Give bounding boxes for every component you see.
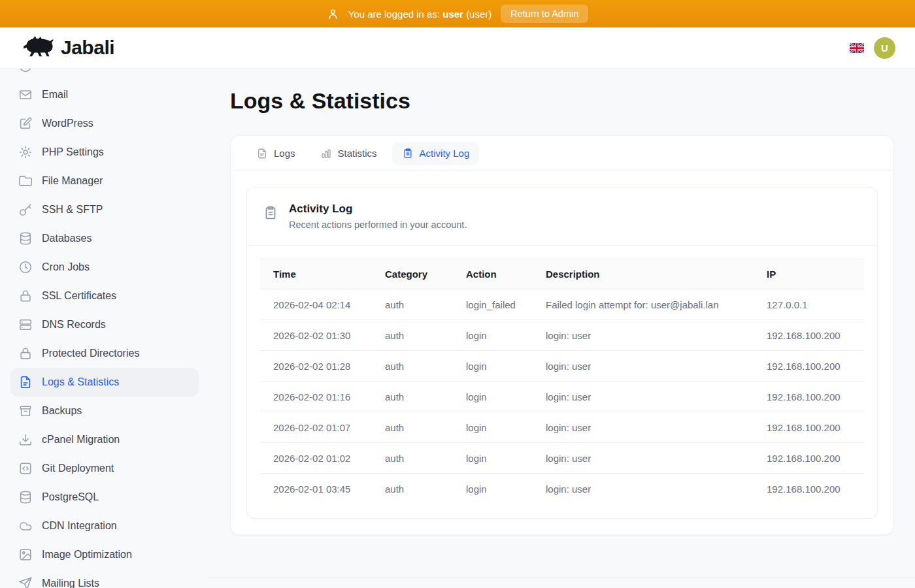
sidebar-item-label: Mailing Lists bbox=[42, 578, 99, 588]
table-row: 2026-02-02 01:28authloginlogin: user192.… bbox=[260, 351, 864, 382]
sidebar-item-label: Logs & Statistics bbox=[42, 376, 119, 388]
sidebar-item-postgresql[interactable]: PostgreSQL bbox=[10, 483, 199, 512]
sidebar-item-cpanel-migration[interactable]: cPanel Migration bbox=[10, 425, 199, 454]
main-content: Logs & Statistics LogsStatisticsActivity… bbox=[209, 69, 915, 588]
time-cell: 2026-02-02 01:30 bbox=[260, 320, 372, 351]
sidebar-item-databases[interactable]: Databases bbox=[10, 224, 199, 253]
sidebar-item-label: Cron Jobs bbox=[42, 261, 90, 273]
column-header-ip: IP bbox=[754, 259, 864, 289]
brand-logo[interactable]: Jabali bbox=[20, 35, 114, 60]
table-row: 2026-02-02 01:30authloginlogin: user192.… bbox=[260, 320, 864, 351]
description-cell: login: user bbox=[533, 351, 754, 382]
tab-statistics[interactable]: Statistics bbox=[310, 142, 387, 165]
sidebar-item-hidden[interactable] bbox=[10, 69, 199, 80]
sidebar-item-label: DNS Records bbox=[42, 319, 106, 331]
description-cell: login: user bbox=[533, 320, 754, 351]
description-cell: login: user bbox=[533, 382, 754, 412]
category-cell: auth bbox=[372, 351, 453, 382]
boar-logo-icon bbox=[20, 35, 55, 60]
action-cell: login bbox=[453, 382, 533, 412]
bar-chart-icon bbox=[320, 148, 332, 159]
avatar[interactable]: U bbox=[874, 37, 895, 59]
app-header: Jabali U bbox=[0, 27, 915, 69]
clipboard-icon bbox=[402, 148, 414, 159]
category-cell: auth bbox=[372, 474, 453, 504]
sidebar-item-dns-records[interactable]: DNS Records bbox=[10, 310, 199, 339]
uk-flag-icon[interactable] bbox=[850, 43, 864, 53]
tab-bar: LogsStatisticsActivity Log bbox=[231, 136, 893, 171]
globe-icon bbox=[18, 69, 33, 73]
action-cell: login bbox=[453, 320, 533, 351]
file-text-icon bbox=[256, 148, 268, 159]
action-cell: login_failed bbox=[453, 289, 533, 320]
sidebar-item-email[interactable]: Email bbox=[10, 80, 199, 109]
tab-label: Logs bbox=[274, 148, 295, 159]
mail-icon bbox=[18, 88, 33, 102]
login-status-username: user bbox=[442, 8, 463, 20]
sidebar-item-logs-statistics[interactable]: Logs & Statistics bbox=[10, 368, 199, 397]
logs-statistics-card: LogsStatisticsActivity Log Activity Log bbox=[230, 135, 894, 535]
action-cell: login bbox=[453, 412, 533, 443]
tab-label: Activity Log bbox=[420, 148, 470, 159]
tab-activity-log[interactable]: Activity Log bbox=[392, 142, 480, 165]
edit-icon bbox=[18, 116, 33, 131]
app-shell: EmailWordPressPHP SettingsFile ManagerSS… bbox=[0, 69, 915, 588]
sidebar-item-label: SSL Certificates bbox=[42, 290, 116, 302]
archive-icon bbox=[18, 404, 33, 418]
table-row: 2026-02-02 01:02authloginlogin: user192.… bbox=[260, 443, 864, 474]
column-header-time: Time bbox=[260, 259, 372, 289]
sidebar-item-image-optimization[interactable]: Image Optimization bbox=[10, 540, 199, 569]
sidebar-item-ssl-certificates[interactable]: SSL Certificates bbox=[10, 282, 199, 310]
sidebar-item-ssh-sftp[interactable]: SSH & SFTP bbox=[10, 195, 199, 224]
login-status-prefix: You are logged in as: bbox=[348, 8, 440, 20]
code-icon bbox=[18, 461, 33, 476]
category-cell: auth bbox=[372, 320, 453, 351]
sidebar-item-cron-jobs[interactable]: Cron Jobs bbox=[10, 253, 199, 282]
column-header-action: Action bbox=[453, 259, 533, 289]
sidebar-item-label: Email bbox=[42, 89, 68, 101]
tab-label: Statistics bbox=[338, 148, 377, 159]
sidebar-item-wordpress[interactable]: WordPress bbox=[10, 109, 199, 138]
tab-logs[interactable]: Logs bbox=[246, 142, 305, 165]
table-row: 2026-02-04 02:14authlogin_failedFailed l… bbox=[260, 289, 864, 320]
database-icon bbox=[18, 231, 33, 246]
lock-icon bbox=[18, 346, 33, 361]
sidebar-item-file-manager[interactable]: File Manager bbox=[10, 167, 199, 195]
gear-icon bbox=[18, 145, 33, 159]
sidebar-item-backups[interactable]: Backups bbox=[10, 397, 199, 425]
action-cell: login bbox=[453, 474, 533, 504]
sidebar: EmailWordPressPHP SettingsFile ManagerSS… bbox=[0, 69, 209, 588]
table-row: 2026-02-02 01:16authloginlogin: user192.… bbox=[260, 382, 864, 412]
send-icon bbox=[18, 576, 33, 588]
ip-cell: 192.168.100.200 bbox=[754, 382, 864, 412]
table-row: 2026-02-02 01:07authloginlogin: user192.… bbox=[260, 412, 864, 443]
activity-log-card: Activity Log Recent actions performed in… bbox=[246, 187, 878, 519]
sidebar-item-protected-directories[interactable]: Protected Directories bbox=[10, 339, 199, 368]
time-cell: 2026-02-02 01:28 bbox=[260, 351, 372, 382]
action-cell: login bbox=[453, 351, 533, 382]
download-icon bbox=[18, 433, 33, 447]
folder-icon bbox=[18, 174, 33, 188]
time-cell: 2026-02-02 01:16 bbox=[260, 382, 372, 412]
sidebar-item-label: PHP Settings bbox=[42, 146, 104, 158]
brand-name: Jabali bbox=[61, 37, 114, 59]
sidebar-item-label: Protected Directories bbox=[42, 348, 139, 359]
image-icon bbox=[18, 547, 33, 562]
file-text-icon bbox=[18, 375, 33, 389]
return-to-admin-button[interactable]: Return to Admin bbox=[501, 5, 588, 23]
sidebar-item-label: File Manager bbox=[42, 175, 103, 187]
sidebar-item-git-deployment[interactable]: Git Deployment bbox=[10, 454, 199, 483]
ip-cell: 127.0.0.1 bbox=[754, 289, 864, 320]
activity-log-card-titles: Activity Log Recent actions performed in… bbox=[289, 203, 467, 230]
ip-cell: 192.168.100.200 bbox=[754, 474, 864, 504]
sidebar-item-label: CDN Integration bbox=[42, 520, 117, 532]
sidebar-item-mailing-lists[interactable]: Mailing Lists bbox=[10, 569, 199, 588]
time-cell: 2026-02-04 02:14 bbox=[260, 289, 372, 320]
card-title: Activity Log bbox=[289, 203, 467, 216]
description-cell: Failed login attempt for: user@jabali.la… bbox=[533, 289, 754, 320]
sidebar-item-cdn-integration[interactable]: CDN Integration bbox=[10, 512, 199, 540]
ip-cell: 192.168.100.200 bbox=[754, 320, 864, 351]
sidebar-item-php-settings[interactable]: PHP Settings bbox=[10, 138, 199, 167]
tab-panel: Activity Log Recent actions performed in… bbox=[231, 171, 893, 534]
description-cell: login: user bbox=[533, 443, 754, 474]
